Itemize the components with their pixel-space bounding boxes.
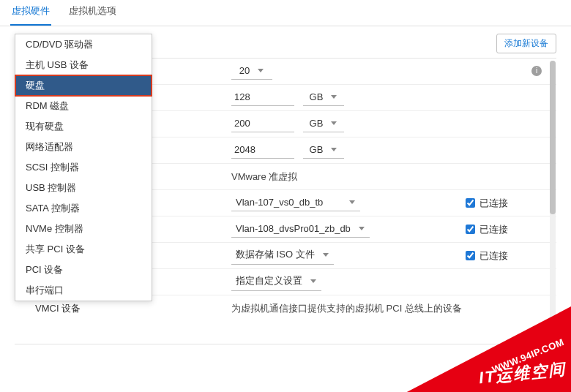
cdrom-select[interactable]: 数据存储 ISO 文件 [231,246,334,265]
scrollbar-thumb[interactable] [550,61,556,214]
tab-bar: 虚拟硬件 虚拟机选项 [0,0,571,26]
dropdown-item[interactable]: SATA 控制器 [15,198,152,219]
chevron-down-icon [358,225,365,232]
connected-label: 已连接 [479,223,508,236]
network2-connected-checkbox[interactable] [466,225,475,234]
dropdown-item[interactable]: USB 控制器 [15,178,152,198]
scsi-text: VMware 准虚拟 [231,170,297,184]
connected-label: 已连接 [479,197,508,210]
connected-label: 已连接 [479,249,508,263]
network2-select[interactable]: Vlan-108_dvsPro01_zb_db [231,222,370,238]
scrollbar[interactable] [550,61,556,339]
dropdown-item[interactable]: 共享 PCI 设备 [15,239,152,260]
dropdown-item[interactable]: 主机 USB 设备 [15,55,152,75]
chevron-down-icon [330,146,337,153]
disk2-value[interactable]: 2048 [231,143,294,159]
chevron-down-icon [257,67,264,74]
chevron-down-icon [330,119,337,127]
dropdown-item[interactable]: 网络适配器 [15,137,152,157]
memory-unit[interactable]: GB [303,90,344,106]
disk1-unit[interactable]: GB [303,116,344,132]
chevron-down-icon [330,93,337,100]
dropdown-item[interactable]: NVMe 控制器 [15,219,152,239]
gpu-select[interactable]: 指定自定义设置 [231,273,321,291]
cdrom-connected-checkbox[interactable] [466,251,475,260]
dropdown-item[interactable]: CD/DVD 驱动器 [15,34,152,55]
network1-select[interactable]: Vlan-107_vs0_db_tb [231,195,360,211]
info-icon[interactable]: i [531,66,542,76]
network1-connected-checkbox[interactable] [466,198,475,208]
chevron-down-icon [310,277,317,284]
vmci-text: 为虚拟机通信接口提供支持的虚拟机 PCI 总线上的设备 [231,302,462,315]
add-device-dropdown[interactable]: CD/DVD 驱动器主机 USB 设备硬盘RDM 磁盘现有硬盘网络适配器SCSI… [15,34,152,301]
disk2-unit[interactable]: GB [303,143,344,159]
dropdown-item[interactable]: 硬盘 [15,75,152,96]
tab-vm-options[interactable]: 虚拟机选项 [67,1,118,26]
memory-value[interactable]: 128 [231,90,294,106]
dropdown-item[interactable]: SCSI 控制器 [15,157,152,178]
dropdown-item[interactable]: PCI 设备 [15,260,152,280]
watermark-brand: IT运维空间 [478,358,567,389]
chevron-down-icon [322,251,329,258]
chevron-down-icon [348,198,356,206]
tab-virtual-hardware[interactable]: 虚拟硬件 [10,1,51,26]
dropdown-item[interactable]: 串行端口 [15,280,152,301]
cpu-select[interactable]: 20 [231,64,272,80]
vmci-label: VMCI 设备 [35,302,81,315]
dropdown-item[interactable]: RDM 磁盘 [15,96,152,116]
disk1-value[interactable]: 200 [231,116,294,132]
add-device-button[interactable]: 添加新设备 [496,34,556,53]
dropdown-item[interactable]: 现有硬盘 [15,116,152,137]
